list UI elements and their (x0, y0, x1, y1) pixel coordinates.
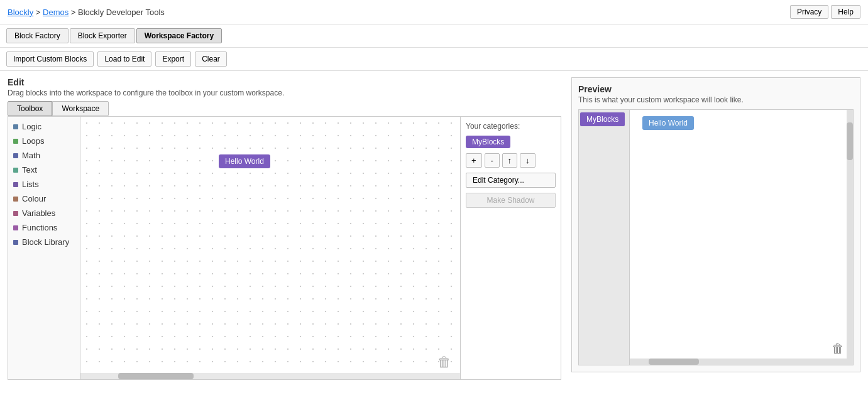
logic-color (13, 124, 18, 129)
export-button[interactable]: Export (155, 51, 191, 67)
toolbox-block-library[interactable]: Block Library (8, 235, 80, 249)
breadcrumb-sep2: > (71, 8, 78, 17)
preview-trash-icon[interactable]: 🗑 (832, 342, 844, 356)
inner-tabs: Toolbox Workspace (8, 101, 561, 116)
preview-title: Preview (578, 84, 854, 94)
categories-panel: Your categories: MyBlocks + - ↑ ↓ Edit C… (460, 117, 561, 379)
preview-vertical-scrollbar-thumb[interactable] (847, 122, 853, 160)
toolbox-loops[interactable]: Loops (8, 134, 80, 148)
preview-toolbar: MyBlocks (579, 110, 626, 365)
breadcrumb-blockly[interactable]: Blockly (8, 8, 33, 17)
remove-category-button[interactable]: - (485, 153, 500, 168)
horizontal-scrollbar[interactable] (80, 373, 460, 379)
edit-category-button[interactable]: Edit Category... (466, 173, 556, 188)
toolbox-math-label: Math (22, 151, 40, 160)
move-down-category-button[interactable]: ↓ (520, 153, 536, 168)
toolbox-loops-label: Loops (22, 136, 44, 146)
toolbox-sidebar: Logic Loops Math Text Lists (8, 117, 80, 379)
preview-horizontal-scrollbar-thumb[interactable] (649, 359, 699, 365)
clear-button[interactable]: Clear (195, 51, 227, 67)
make-shadow-button: Make Shadow (466, 193, 556, 208)
math-color (13, 153, 18, 158)
top-right-buttons: Privacy Help (790, 5, 860, 19)
preview-workspace: MyBlocks Hello World 🗑 (578, 109, 854, 365)
inner-tab-workspace[interactable]: Workspace (52, 101, 109, 116)
edit-description: Drag blocks into the workspace to config… (8, 89, 561, 97)
toolbox-lists-label: Lists (22, 180, 39, 189)
workspace-block[interactable]: Hello World (219, 154, 270, 168)
edit-workspace-row: Logic Loops Math Text Lists (8, 116, 561, 380)
category-myblocks[interactable]: MyBlocks (466, 136, 556, 148)
toolbox-text-label: Text (22, 165, 37, 175)
toolbox-functions-label: Functions (22, 223, 57, 232)
toolbox-math[interactable]: Math (8, 148, 80, 163)
toolbox-logic[interactable]: Logic (8, 119, 80, 134)
load-to-edit-button[interactable]: Load to Edit (97, 51, 151, 67)
toolbox-logic-label: Logic (22, 122, 41, 131)
edit-section: Edit Drag blocks into the workspace to c… (8, 77, 561, 380)
workspace-canvas[interactable]: Hello World 🗑 (80, 117, 460, 379)
breadcrumb-sep1: > (36, 8, 43, 17)
toolbox-functions[interactable]: Functions (8, 220, 80, 235)
edit-title: Edit (8, 77, 561, 87)
variables-color (13, 211, 18, 216)
import-custom-blocks-button[interactable]: Import Custom Blocks (6, 51, 94, 67)
preview-canvas-area: Hello World 🗑 (629, 110, 853, 365)
text-color (13, 168, 18, 173)
main-content: Edit Drag blocks into the workspace to c… (0, 71, 868, 386)
top-bar: Blockly > Demos > Blockly Developer Tool… (0, 0, 868, 24)
help-button[interactable]: Help (831, 5, 860, 19)
toolbox-variables[interactable]: Variables (8, 206, 80, 220)
tab-bar: Block Factory Block Exporter Workspace F… (0, 24, 868, 48)
move-up-category-button[interactable]: ↑ (502, 153, 518, 168)
tab-block-factory[interactable]: Block Factory (6, 28, 69, 43)
inner-tab-toolbox[interactable]: Toolbox (8, 101, 52, 116)
category-controls: + - ↑ ↓ (466, 153, 556, 168)
breadcrumb: Blockly > Demos > Blockly Developer Tool… (8, 8, 165, 17)
preview-myblocks-button[interactable]: MyBlocks (580, 112, 625, 126)
block-library-color (13, 240, 18, 245)
preview-vertical-scrollbar[interactable] (847, 110, 853, 365)
toolbox-colour[interactable]: Colour (8, 192, 80, 206)
privacy-button[interactable]: Privacy (790, 5, 828, 19)
tab-workspace-factory[interactable]: Workspace Factory (136, 28, 222, 43)
breadcrumb-current: Blockly Developer Tools (78, 8, 165, 17)
preview-section: Preview This is what your custom workspa… (571, 77, 860, 380)
category-myblocks-tag[interactable]: MyBlocks (466, 136, 510, 148)
action-bar: Import Custom Blocks Load to Edit Export… (0, 48, 868, 71)
lists-color (13, 182, 18, 187)
preview-horizontal-scrollbar[interactable] (630, 359, 847, 365)
toolbox-lists[interactable]: Lists (8, 177, 80, 192)
preview-box: Preview This is what your custom workspa… (571, 77, 860, 372)
functions-color (13, 225, 18, 230)
categories-title: Your categories: (466, 122, 556, 131)
loops-color (13, 139, 18, 144)
breadcrumb-demos[interactable]: Demos (43, 8, 69, 17)
trash-icon[interactable]: 🗑 (437, 354, 451, 370)
toolbox-block-library-label: Block Library (22, 237, 69, 247)
tab-block-exporter[interactable]: Block Exporter (70, 28, 135, 43)
preview-description: This is what your custom workspace will … (578, 95, 854, 104)
add-category-button[interactable]: + (466, 153, 482, 168)
colour-color (13, 197, 18, 202)
horizontal-scrollbar-thumb[interactable] (118, 373, 194, 379)
preview-hello-world-block[interactable]: Hello World (642, 116, 694, 130)
toolbox-variables-label: Variables (22, 208, 55, 218)
toolbox-colour-label: Colour (22, 194, 46, 203)
toolbox-text[interactable]: Text (8, 163, 80, 177)
